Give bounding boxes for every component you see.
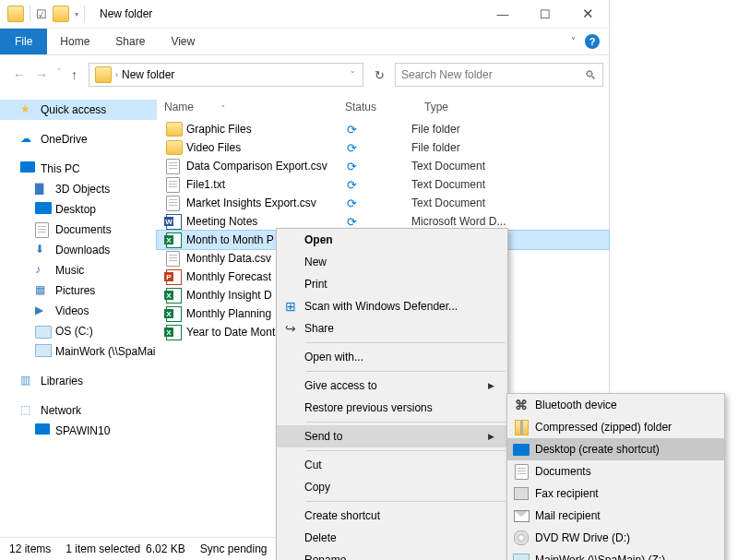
excel-icon — [166, 288, 182, 304]
sendto-submenu: ⌘Bluetooth device Compressed (zipped) fo… — [506, 393, 725, 560]
back-button[interactable]: ← — [13, 67, 26, 82]
nav-documents[interactable]: Documents — [0, 220, 157, 240]
tab-share[interactable]: Share — [102, 29, 158, 54]
sendto-compressed[interactable]: Compressed (zipped) folder — [507, 416, 724, 438]
up-button[interactable]: ↑ — [71, 67, 77, 82]
maximize-button[interactable]: ☐ — [524, 0, 566, 28]
nav-mainwork[interactable]: MainWork (\\SpaMai — [0, 341, 157, 362]
sendto-desktop[interactable]: Desktop (create shortcut) — [507, 438, 724, 460]
separator — [306, 501, 506, 502]
sync-icon: ⟳ — [343, 141, 411, 155]
ctx-share[interactable]: ↪Share — [277, 317, 507, 340]
ctx-restore[interactable]: Restore previous versions — [277, 397, 507, 419]
ctx-cut[interactable]: Cut — [277, 454, 507, 476]
ctx-copy[interactable]: Copy — [277, 476, 507, 498]
address-bar[interactable]: › New folder ˅ — [89, 63, 363, 87]
nav-videos[interactable]: ▶Videos — [0, 301, 157, 321]
pc-icon — [20, 161, 35, 173]
zip-icon — [515, 420, 529, 435]
search-input[interactable]: Search New folder 🔍︎ — [395, 63, 603, 87]
mail-icon — [514, 510, 530, 522]
nav-quick-access[interactable]: ★Quick access — [0, 100, 157, 120]
desktop-icon — [35, 202, 52, 214]
file-name: Graphic Files — [186, 123, 343, 136]
nav-spawin10[interactable]: SPAWIN10 — [0, 421, 157, 441]
videos-icon: ▶ — [35, 304, 50, 318]
bluetooth-icon: ⌘ — [507, 398, 535, 412]
refresh-button[interactable]: ↻ — [367, 63, 391, 87]
network-drive-icon — [513, 554, 530, 560]
nav-onedrive[interactable]: ☁OneDrive — [0, 129, 157, 149]
sort-asc-icon: ˄ — [221, 104, 225, 113]
file-name: File1.txt — [186, 178, 343, 191]
file-type: Text Document — [411, 160, 609, 173]
3d-icon: ▇ — [35, 182, 50, 197]
ctx-send-to[interactable]: Send to▶ — [277, 425, 507, 447]
ctx-open-with[interactable]: Open with... — [277, 346, 507, 368]
sendto-mainwork[interactable]: MainWork (\\SpaMain) (Z:) — [507, 549, 724, 560]
column-status[interactable]: Status — [338, 101, 417, 113]
libraries-icon: ▥ — [20, 374, 35, 388]
address-folder-icon — [95, 66, 112, 83]
documents-icon — [35, 222, 49, 238]
sendto-fax[interactable]: Fax recipient — [507, 483, 724, 505]
file-row[interactable]: Video Files⟳File folder — [157, 138, 609, 157]
nav-libraries[interactable]: ▥Libraries — [0, 371, 157, 391]
breadcrumb[interactable]: New folder — [118, 68, 178, 81]
tab-file[interactable]: File — [0, 29, 47, 54]
nav-pictures[interactable]: ▦Pictures — [0, 280, 157, 301]
share-icon: ↪ — [277, 321, 304, 336]
file-row[interactable]: Graphic Files⟳File folder — [157, 120, 609, 138]
sendto-bluetooth[interactable]: ⌘Bluetooth device — [507, 394, 724, 416]
ctx-give-access[interactable]: Give access to▶ — [277, 375, 507, 397]
help-icon[interactable]: ? — [585, 34, 600, 49]
nav-this-pc[interactable]: This PC — [0, 159, 157, 179]
nav-downloads[interactable]: ⬇Downloads — [0, 240, 157, 260]
excel-icon — [166, 232, 182, 248]
nav-music[interactable]: ♪Music — [0, 260, 157, 280]
nav-os-c[interactable]: OS (C:) — [0, 321, 157, 341]
tab-view[interactable]: View — [158, 29, 208, 54]
ctx-delete[interactable]: Delete — [277, 527, 507, 549]
sendto-documents[interactable]: Documents — [507, 460, 724, 483]
ctx-print[interactable]: Print — [277, 273, 507, 295]
nav-network[interactable]: ⬚Network — [0, 400, 157, 421]
document-icon — [166, 159, 180, 174]
qat-newfolder-icon[interactable] — [53, 6, 69, 22]
tab-home[interactable]: Home — [47, 29, 102, 54]
excel-icon — [166, 306, 182, 322]
column-name[interactable]: Name˄ — [157, 101, 338, 113]
ctx-rename[interactable]: Rename — [277, 549, 507, 560]
file-row[interactable]: Data Comparison Export.csv⟳Text Document — [157, 157, 609, 175]
chevron-right-icon: ▶ — [488, 432, 500, 441]
minimize-button[interactable]: — — [482, 0, 524, 28]
recent-dropdown-icon[interactable]: ˅ — [57, 67, 62, 82]
ctx-defender[interactable]: ⊞Scan with Windows Defender... — [277, 295, 507, 317]
nav-desktop[interactable]: Desktop — [0, 199, 157, 220]
ctx-create-shortcut[interactable]: Create shortcut — [277, 505, 507, 527]
downloads-icon: ⬇ — [35, 243, 50, 257]
nav-3d-objects[interactable]: ▇3D Objects — [0, 179, 157, 199]
sync-icon: ⟳ — [343, 197, 411, 210]
qat-properties-icon[interactable]: ☑ — [36, 7, 47, 21]
desktop-icon — [513, 444, 530, 456]
ctx-new[interactable]: New — [277, 251, 507, 273]
file-name: Data Comparison Export.csv — [186, 160, 343, 173]
qat-dropdown-icon[interactable]: ▾ — [75, 10, 78, 18]
search-placeholder: Search New folder — [401, 68, 493, 81]
shield-icon: ⊞ — [277, 299, 304, 314]
sendto-dvd[interactable]: DVD RW Drive (D:) — [507, 527, 724, 549]
forward-button[interactable]: → — [35, 67, 48, 82]
file-row[interactable]: File1.txt⟳Text Document — [157, 175, 609, 194]
ctx-open[interactable]: Open — [277, 229, 507, 251]
address-dropdown-icon[interactable]: ˅ — [345, 70, 361, 79]
file-name: Meeting Notes — [186, 215, 343, 228]
column-type[interactable]: Type — [417, 101, 609, 113]
network-icon: ⬚ — [20, 403, 35, 418]
music-icon: ♪ — [35, 263, 50, 278]
status-sync: Sync pending — [200, 542, 268, 555]
close-button[interactable]: ✕ — [566, 0, 609, 28]
ribbon-collapse-icon[interactable]: ˅ — [571, 36, 576, 46]
sendto-mail[interactable]: Mail recipient — [507, 505, 724, 527]
file-row[interactable]: Market Insights Export.csv⟳Text Document — [157, 194, 609, 212]
